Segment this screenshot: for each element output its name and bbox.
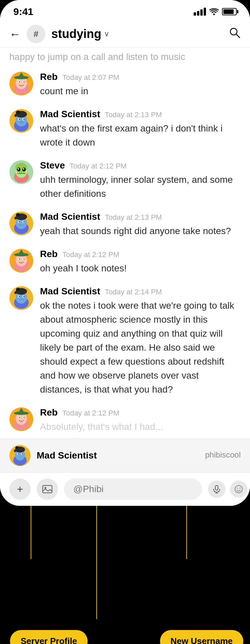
mention-avatar: [9, 445, 31, 466]
svg-point-48: [24, 259, 25, 260]
svg-rect-78: [43, 485, 52, 493]
truncated-message: happy to jump on a call and listen to mu…: [0, 48, 250, 66]
back-button[interactable]: ←: [9, 28, 21, 40]
message-text: yeah that sounds right did anyone take n…: [40, 224, 241, 238]
author-name: Reb: [40, 72, 58, 82]
search-button[interactable]: [229, 27, 241, 41]
message-header: Reb Today at 2:12 PM: [40, 407, 241, 418]
message-header: Mad Scientist Today at 2:14 PM: [40, 286, 241, 297]
author-name: Steve: [40, 160, 65, 171]
author-name: Mad Scientist: [40, 109, 100, 120]
message-header: Mad Scientist Today at 2:13 PM: [40, 109, 241, 120]
svg-point-37: [19, 221, 20, 222]
wifi-icon: [209, 8, 219, 15]
svg-point-75: [18, 453, 19, 455]
mention-info: phibiscool Mad Scientist: [37, 450, 241, 461]
svg-point-72: [14, 450, 16, 452]
message-group: Reb Today at 2:07 PM count me in: [0, 66, 250, 104]
signal-icon: [194, 8, 206, 16]
message-content: Mad Scientist Today at 2:13 PM what's on…: [40, 109, 241, 150]
status-time: 9:41: [13, 6, 33, 17]
message-timestamp: Today at 2:12 PM: [62, 409, 119, 418]
message-header: Reb Today at 2:07 PM: [40, 72, 241, 82]
input-bar: +: [0, 472, 250, 506]
mic-icon: [212, 485, 221, 493]
message-content: Mad Scientist Today at 2:13 PM yeah that…: [40, 211, 241, 238]
message-content: Reb Today at 2:12 PM oh yeah I took note…: [40, 249, 241, 275]
message-input[interactable]: [64, 479, 202, 500]
channel-name-wrap[interactable]: studying ∨: [51, 27, 223, 41]
mic-button[interactable]: [208, 481, 225, 498]
image-button[interactable]: [37, 479, 58, 500]
status-bar: 9:41: [0, 0, 250, 21]
image-icon: [42, 484, 53, 494]
mention-name: Mad Scientist: [37, 450, 97, 461]
message-header: Steve Today at 2:12 PM: [40, 160, 241, 171]
emoji-icon: [234, 485, 243, 493]
message-group: Steve Today at 2:12 PM uhh terminology, …: [0, 155, 250, 206]
avatar: [9, 72, 33, 96]
message-group: Mad Scientist Today at 2:13 PM yeah that…: [0, 206, 250, 243]
annotations-area: Server Profile Display Name New Username: [0, 506, 250, 644]
message-timestamp: Today at 2:14 PM: [105, 288, 162, 296]
message-timestamp: Today at 2:13 PM: [105, 111, 162, 119]
svg-point-19: [19, 119, 20, 120]
messages-area: happy to jump on a call and listen to mu…: [0, 48, 250, 439]
message-text: Absolutely, that's what I had...: [40, 420, 241, 434]
svg-point-77: [15, 446, 19, 449]
message-header: Reb Today at 2:12 PM: [40, 249, 241, 259]
avatar: [9, 407, 33, 431]
message-text: what's on the first exam again? i don't …: [40, 122, 241, 150]
avatar: [9, 249, 33, 273]
message-content: Mad Scientist Today at 2:14 PM ok the no…: [40, 286, 241, 397]
svg-point-16: [14, 114, 17, 117]
author-name: Reb: [40, 249, 58, 259]
svg-point-76: [22, 453, 23, 455]
input-right-icons: [208, 481, 247, 498]
add-button[interactable]: +: [9, 479, 31, 500]
status-icons: [194, 8, 237, 16]
annotation-lines: [0, 506, 250, 644]
svg-point-84: [237, 488, 238, 489]
svg-point-83: [235, 485, 242, 493]
svg-point-0: [213, 14, 215, 15]
svg-point-28: [18, 168, 19, 170]
phone-frame: 9:41 ← # studying ∨: [0, 0, 250, 506]
svg-point-57: [23, 296, 25, 297]
battery-icon: [222, 8, 237, 15]
message-content: Reb Today at 2:07 PM count me in: [40, 72, 241, 98]
svg-point-34: [14, 217, 17, 219]
message-group: Reb Today at 2:12 PM Absolutely, that's …: [0, 402, 250, 435]
new-username-badge[interactable]: New Username: [160, 630, 243, 644]
svg-point-38: [23, 221, 25, 222]
svg-point-25: [15, 163, 27, 172]
author-name: Mad Scientist: [40, 211, 100, 222]
channel-header: ← # studying ∨: [0, 21, 250, 48]
channel-name: studying: [51, 27, 101, 41]
svg-point-39: [16, 213, 20, 216]
message-text: oh yeah I took notes!: [40, 261, 241, 275]
message-text: count me in: [40, 84, 241, 98]
chevron-down-icon: ∨: [104, 30, 109, 38]
message-group: Reb Today at 2:12 PM oh yeah I took note…: [0, 243, 250, 281]
svg-point-58: [16, 288, 20, 291]
emoji-button[interactable]: [230, 481, 247, 498]
message-content: Reb Today at 2:12 PM Absolutely, that's …: [40, 407, 241, 434]
svg-point-29: [23, 168, 24, 170]
svg-point-21: [16, 111, 20, 114]
channel-hashtag-icon: #: [27, 25, 45, 43]
svg-point-56: [19, 296, 20, 297]
message-timestamp: Today at 2:12 PM: [70, 162, 127, 170]
author-name: Reb: [40, 407, 58, 418]
server-profile-badge[interactable]: Server Profile: [10, 630, 88, 644]
message-timestamp: Today at 2:13 PM: [105, 213, 162, 222]
message-group: Mad Scientist Today at 2:13 PM what's on…: [0, 104, 250, 155]
svg-line-2: [236, 34, 240, 38]
svg-rect-80: [215, 485, 218, 490]
message-content: Steve Today at 2:12 PM uhh terminology, …: [40, 160, 241, 201]
message-text: uhh terminology, inner solar system, and…: [40, 173, 241, 201]
svg-point-10: [19, 82, 20, 83]
svg-point-53: [14, 291, 17, 294]
mention-username: phibiscool: [205, 450, 241, 460]
mention-bar[interactable]: phibiscool Mad Scientist: [0, 439, 250, 472]
